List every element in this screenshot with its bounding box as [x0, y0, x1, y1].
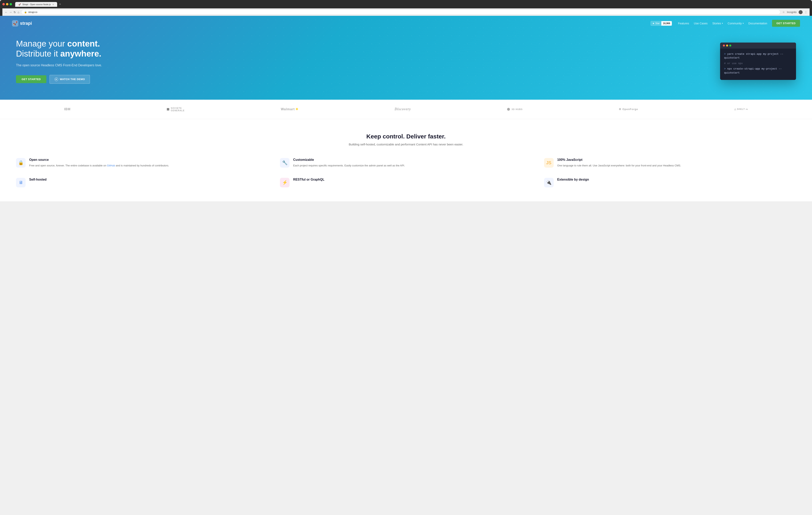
- feature-customizable: 🔧 Customizable Each project requires spe…: [280, 158, 532, 168]
- terminal-command-1: yarn create strapi-app my-project --quic…: [724, 53, 783, 60]
- terminal-prompt-1: >: [724, 53, 727, 56]
- terminal-comment: # or use npx: [724, 62, 743, 65]
- terminal-minimize-dot: [726, 44, 728, 47]
- terminal-line-3: > npx create-strapi-app my-project --qui…: [724, 67, 792, 75]
- url-bar[interactable]: 🔒 strapi.io: [21, 9, 780, 14]
- feature-javascript-content: 100% JavaScript One language to rule the…: [557, 158, 681, 168]
- nav-links: Features Use Cases Stories ▾ Community ▾…: [678, 20, 800, 27]
- features-grid: 🔒 Open source Free and open source, fore…: [16, 158, 796, 187]
- javascript-icon: JS: [544, 158, 554, 168]
- back-button[interactable]: ←: [5, 10, 8, 14]
- github-link[interactable]: GitHub: [107, 164, 115, 167]
- incognito-label: Incognito: [787, 11, 796, 13]
- browser-right-controls: ☆ Incognito ⋮: [782, 10, 807, 14]
- github-star-badge[interactable]: ★ Star 18,966: [650, 21, 672, 26]
- logo-icon: 🚀: [12, 20, 19, 27]
- tab-bar: 🚀 Strapi - Open source Node.js ✕ +: [15, 2, 62, 7]
- browser-chrome: 🚀 Strapi - Open source Node.js ✕ + ← → ↻…: [0, 0, 812, 16]
- page-content: 🚀 strapi ★ Star 18,966 Features Use Case…: [0, 16, 812, 201]
- features-subtitle: Building self-hosted, customizable and p…: [16, 143, 796, 146]
- feature-open-source-desc: Free and open source, forever. The entir…: [29, 163, 169, 168]
- fullscreen-button[interactable]: [9, 3, 12, 5]
- hero-title-line2: Distribute it anywhere.: [16, 49, 101, 58]
- star-icon: ★: [652, 22, 655, 25]
- features-header: Keep control. Deliver faster. Building s…: [16, 133, 796, 146]
- url-text: strapi.io: [28, 10, 37, 13]
- traffic-lights: [2, 3, 12, 5]
- feature-extensible-title: Extensible by design: [557, 178, 589, 181]
- feature-customizable-desc: Each project requires specific requireme…: [293, 163, 405, 168]
- hero-buttons: GET STARTED ▶ WATCH THE DEMO: [16, 75, 708, 84]
- active-tab[interactable]: 🚀 Strapi - Open source Node.js ✕: [15, 2, 57, 7]
- home-button[interactable]: ⌂: [18, 10, 19, 14]
- graphql-icon: ⚡: [280, 178, 290, 187]
- hero-get-started-button[interactable]: GET STARTED: [16, 75, 46, 83]
- logo-ibm: IBM: [64, 108, 70, 111]
- extensible-icon: 🔌: [544, 178, 554, 187]
- terminal-body: > yarn create strapi-app my-project --qu…: [720, 49, 796, 80]
- watch-demo-label: WATCH THE DEMO: [60, 78, 85, 81]
- features-title: Keep control. Deliver faster.: [16, 133, 796, 140]
- feature-javascript: JS 100% JavaScript One language to rule …: [544, 158, 796, 168]
- feature-graphql-content: RESTful or GraphQL: [293, 178, 324, 187]
- terminal-close-dot: [723, 44, 725, 47]
- feature-self-hosted-content: Self-hosted: [29, 178, 47, 187]
- feature-customizable-content: Customizable Each project requires speci…: [293, 158, 405, 168]
- feature-javascript-title: 100% JavaScript: [557, 158, 681, 162]
- logo-text: strapi: [20, 21, 32, 26]
- terminal-titlebar: [720, 42, 796, 49]
- nav-get-started-button[interactable]: GET STARTED: [772, 20, 800, 27]
- feature-graphql-title: RESTful or GraphQL: [293, 178, 324, 181]
- terminal-window: > yarn create strapi-app my-project --qu…: [720, 42, 796, 80]
- hero-subtitle: The open source Headless CMS Front-End D…: [16, 63, 708, 68]
- terminal-command-2: npx create-strapi-app my-project --quick…: [724, 67, 782, 74]
- tab-close-icon[interactable]: ✕: [52, 3, 54, 6]
- security-lock-icon: 🔒: [24, 11, 27, 13]
- feature-customizable-title: Customizable: [293, 158, 405, 162]
- forward-button[interactable]: →: [9, 10, 12, 14]
- customizable-icon: 🔧: [280, 158, 290, 168]
- reload-button[interactable]: ↻: [13, 10, 16, 14]
- feature-extensible: 🔌 Extensible by design: [544, 178, 796, 187]
- close-button[interactable]: [2, 3, 5, 5]
- new-tab-button[interactable]: +: [58, 2, 62, 7]
- nav-link-documentation[interactable]: Documentation: [749, 22, 767, 25]
- star-badge-left: ★ Star: [651, 21, 661, 26]
- bookmark-icon[interactable]: ☆: [782, 10, 785, 13]
- hero-title-line1: Manage your content.: [16, 39, 100, 48]
- hero-section: 🚀 strapi ★ Star 18,966 Features Use Case…: [0, 16, 812, 100]
- feature-open-source: 🔒 Open source Free and open source, fore…: [16, 158, 268, 168]
- logo-3d-hubs: 3D HUBS: [507, 108, 522, 111]
- menu-button[interactable]: ⋮: [805, 10, 807, 13]
- nav-buttons: ← → ↻ ⌂: [5, 10, 19, 14]
- logo-discovery: Discovery: [395, 107, 411, 111]
- feature-graphql: ⚡ RESTful or GraphQL: [280, 178, 532, 187]
- feature-javascript-desc: One language to rule them all. Use JavaS…: [557, 163, 681, 168]
- hero-watch-demo-button[interactable]: ▶ WATCH THE DEMO: [50, 75, 90, 84]
- logo-openforge: ⚙ OpenForge: [619, 108, 638, 111]
- self-hosted-icon: 🖥: [16, 178, 26, 187]
- main-nav: 🚀 strapi ★ Star 18,966 Features Use Case…: [0, 16, 812, 31]
- hero-text: Manage your content. Distribute it anywh…: [16, 39, 708, 84]
- logo[interactable]: 🚀 strapi: [12, 20, 32, 27]
- feature-self-hosted: 🖥 Self-hosted: [16, 178, 268, 187]
- profile-avatar[interactable]: [799, 10, 803, 14]
- nav-link-stories[interactable]: Stories ▾: [712, 22, 723, 25]
- hero-title: Manage your content. Distribute it anywh…: [16, 39, 708, 59]
- community-chevron-icon: ▾: [743, 22, 744, 24]
- logo-walmart: Walmart ✳: [281, 107, 298, 111]
- browser-controls: 🚀 Strapi - Open source Node.js ✕ +: [2, 2, 810, 7]
- nav-link-community[interactable]: Community ▾: [728, 22, 744, 25]
- stories-chevron-icon: ▾: [722, 22, 723, 24]
- star-count: 18,966: [661, 21, 672, 26]
- star-label: Star: [655, 22, 660, 25]
- feature-open-source-content: Open source Free and open source, foreve…: [29, 158, 169, 168]
- nav-link-use-cases[interactable]: Use Cases: [694, 22, 707, 25]
- minimize-button[interactable]: [6, 3, 8, 5]
- open-source-icon: 🔒: [16, 158, 26, 168]
- nav-link-features[interactable]: Features: [678, 22, 689, 25]
- terminal-maximize-dot: [729, 44, 731, 47]
- feature-extensible-content: Extensible by design: [557, 178, 589, 187]
- logos-section: IBM SOCIETEGENERALE Walmart ✳ Discovery …: [0, 100, 812, 119]
- logo-shelterin: △ SHELTIN: [734, 108, 748, 111]
